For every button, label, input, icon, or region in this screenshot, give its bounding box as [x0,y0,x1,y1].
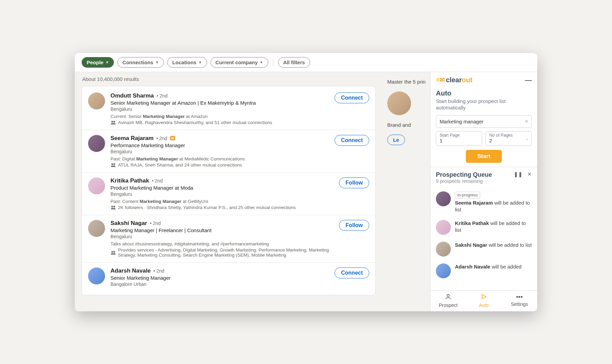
clear-input-icon[interactable]: × [525,118,528,125]
ad-text-2: Brand and [387,122,430,128]
queue-item-text: Sakshi Nagar will be added to list [455,242,532,248]
start-page-field[interactable]: Start Page 1 [436,131,482,146]
filter-connections[interactable]: Connections ▼ [117,57,164,68]
content-area: About 10,400,000 results Omdutt Sharma •… [75,72,537,311]
results-column: About 10,400,000 results Omdutt Sharma •… [75,72,382,311]
result-body: Seema Rajaram • 2nd in Performance Marke… [111,135,329,168]
start-page-label: Start Page [440,133,478,138]
nav-auto[interactable]: Auto [466,291,502,311]
filter-people[interactable]: People ▼ [82,57,114,68]
result-headline: Performance Marketing Manager [111,142,329,148]
filter-people-label: People [87,59,103,65]
result-degree: • 2nd [156,136,167,141]
queue-status-badge: in-progress [455,192,480,198]
auto-subtitle: Start building your prospect list automa… [436,98,532,111]
result-location: Bangalore Urban [111,281,329,287]
follow-button[interactable]: Follow [339,220,369,231]
auto-title: Auto [436,89,532,97]
connect-button[interactable]: Connect [335,267,369,278]
result-action-col: Connect [335,135,369,168]
people-icon [111,120,116,124]
nav-settings-label: Settings [511,301,528,307]
result-action-col: Follow [339,220,369,258]
search-input-wrap: × [436,115,532,128]
search-result: Adarsh Navale • 2nd Senior Marketing Man… [82,263,375,294]
result-body: Sakshi Nagar • 2nd Marketing Manager | F… [111,220,334,258]
minimize-button[interactable]: — [525,76,532,84]
result-name[interactable]: Sakshi Nagar [111,220,147,227]
pages-field[interactable]: No of Pages 2 ⌄ [486,131,532,146]
filter-all-filters[interactable]: All filters [278,57,310,68]
caret-down-icon: ▼ [155,60,159,64]
result-degree: • 2nd [152,178,163,184]
result-degree: • 2nd [157,93,168,99]
nav-prospect[interactable]: Prospect [430,291,466,311]
queue-item: Kritika Pathak will be added to list [430,216,537,238]
caret-down-icon: ▼ [260,60,263,64]
caret-down-icon: ▼ [199,60,202,64]
queue-title: Prospecting Queue [436,171,492,178]
extension-nav: Prospect Auto ••• Settings [430,290,537,311]
pause-icon[interactable]: ❚❚ [514,171,523,177]
result-name[interactable]: Adarsh Navale [111,267,151,274]
connect-button[interactable]: Connect [335,92,369,103]
auto-section: Auto Start building your prospect list a… [430,88,537,167]
avatar[interactable] [88,92,105,109]
queue-item: Sakshi Nagar will be added to list [430,238,537,260]
result-action-col: Follow [339,177,369,210]
search-result: Sakshi Nagar • 2nd Marketing Manager | F… [82,215,375,263]
result-headline: Product Marketing Manager at Moda [111,185,334,191]
caret-down-icon: ▼ [105,60,109,64]
nav-settings[interactable]: ••• Settings [502,291,537,311]
result-headline: Senior Marketing Manager at Amazon | Ex … [111,100,329,106]
pages-value: 2 [489,138,528,143]
clearout-panel: ≡✉ clearout — Auto Start building your p… [430,72,537,311]
start-button[interactable]: Start [466,150,502,163]
svg-point-8 [447,294,449,297]
filter-current-company-label: Current company [216,59,258,65]
separator [273,59,273,66]
search-result: Seema Rajaram • 2nd in Performance Marke… [82,130,375,173]
extension-header: ≡✉ clearout — [430,72,537,88]
follow-button[interactable]: Follow [339,177,369,188]
queue-item-text: Adarsh Navale will be added [455,263,532,270]
filter-bar: People ▼ Connections ▼ Locations ▼ Curre… [75,53,537,72]
ad-text-1: Master the 5 prin [387,79,430,85]
avatar[interactable] [88,177,105,194]
nav-prospect-label: Prospect [439,302,458,308]
svg-point-1 [114,121,115,123]
avatar[interactable] [88,267,105,284]
result-body: Omdutt Sharma • 2nd Senior Marketing Man… [111,92,329,125]
filter-current-company[interactable]: Current company ▼ [210,57,268,68]
connect-button[interactable]: Connect [335,135,369,146]
queue-remaining: 9 prospects remaining [436,178,492,184]
result-name[interactable]: Seema Rajaram [111,135,154,142]
result-name[interactable]: Kritika Pathak [111,177,149,184]
close-icon[interactable]: ✕ [527,171,532,177]
avatar[interactable] [88,135,105,152]
ad-button[interactable]: Le [387,135,405,145]
logo-mark-icon: ≡✉ [436,76,445,84]
result-body: Kritika Pathak • 2nd Product Marketing M… [111,177,334,210]
result-action-col: Connect [335,92,369,125]
result-location: Bengaluru [111,191,334,197]
result-location: Bengaluru [111,149,329,154]
search-input[interactable] [436,115,532,128]
queue-avatar [436,191,451,206]
mutual-connections: Avinash MB, Raghavendra Sheshamurthy, an… [111,120,329,125]
filter-locations-label: Locations [172,59,197,65]
play-icon [466,293,502,302]
result-name[interactable]: Omdutt Sharma [111,92,154,99]
result-headline: Senior Marketing Manager [111,275,329,281]
queue-item-text: Kritika Pathak will be added to list [455,220,532,234]
app-window: People ▼ Connections ▼ Locations ▼ Curre… [75,53,537,311]
clearout-logo: ≡✉ clearout [436,76,472,84]
result-degree: • 2nd [153,268,164,274]
people-icon [111,163,116,167]
filter-connections-label: Connections [122,59,153,65]
filter-locations[interactable]: Locations ▼ [167,57,207,68]
people-icon [111,205,116,209]
mutual-connections: ATUL RAJA, Sneh Sharma, and 24 other mut… [111,162,329,168]
search-result: Kritika Pathak • 2nd Product Marketing M… [82,173,375,215]
avatar[interactable] [88,220,105,237]
